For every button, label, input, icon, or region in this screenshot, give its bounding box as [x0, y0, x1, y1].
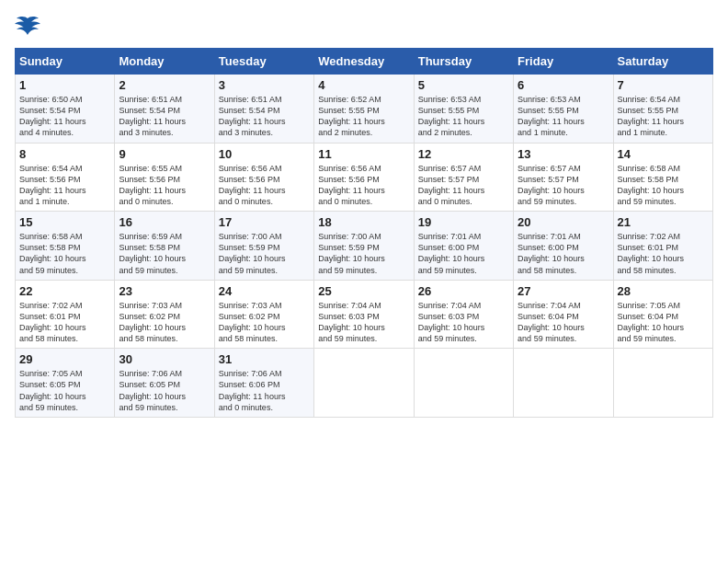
day-cell: [514, 349, 613, 418]
day-cell: 14Sunrise: 6:58 AMSunset: 5:58 PMDayligh…: [613, 143, 712, 212]
day-number: 11: [318, 147, 409, 161]
day-number: 13: [518, 147, 609, 161]
col-header-sunday: Sunday: [16, 49, 115, 75]
day-cell: 11Sunrise: 6:56 AMSunset: 5:56 PMDayligh…: [314, 143, 414, 212]
day-info: Sunrise: 7:02 AMSunset: 6:01 PMDaylight:…: [19, 300, 110, 345]
day-cell: 10Sunrise: 6:56 AMSunset: 5:56 PMDayligh…: [214, 143, 313, 212]
day-number: 20: [518, 215, 609, 229]
day-info: Sunrise: 6:59 AMSunset: 5:58 PMDaylight:…: [119, 231, 210, 276]
day-info: Sunrise: 6:56 AMSunset: 5:56 PMDaylight:…: [318, 163, 409, 208]
day-number: 12: [418, 147, 509, 161]
day-cell: 17Sunrise: 7:00 AMSunset: 5:59 PMDayligh…: [214, 212, 313, 281]
day-info: Sunrise: 7:06 AMSunset: 6:05 PMDaylight:…: [119, 368, 210, 413]
day-number: 19: [418, 215, 509, 229]
day-info: Sunrise: 7:00 AMSunset: 5:59 PMDaylight:…: [318, 231, 409, 276]
week-row-5: 29Sunrise: 7:05 AMSunset: 6:05 PMDayligh…: [16, 349, 713, 418]
day-info: Sunrise: 7:06 AMSunset: 6:06 PMDaylight:…: [219, 368, 310, 413]
day-info: Sunrise: 6:51 AMSunset: 5:54 PMDaylight:…: [219, 94, 310, 139]
day-cell: 8Sunrise: 6:54 AMSunset: 5:56 PMDaylight…: [16, 143, 115, 212]
calendar-table: SundayMondayTuesdayWednesdayThursdayFrid…: [15, 48, 713, 418]
day-cell: 25Sunrise: 7:04 AMSunset: 6:03 PMDayligh…: [314, 280, 414, 349]
day-number: 17: [219, 215, 310, 229]
col-header-monday: Monday: [115, 49, 214, 75]
day-cell: 24Sunrise: 7:03 AMSunset: 6:02 PMDayligh…: [214, 280, 313, 349]
day-info: Sunrise: 6:54 AMSunset: 5:56 PMDaylight:…: [19, 163, 110, 208]
day-cell: 6Sunrise: 6:53 AMSunset: 5:55 PMDaylight…: [514, 75, 613, 144]
day-number: 9: [119, 147, 210, 161]
day-number: 24: [219, 284, 310, 298]
day-cell: [314, 349, 414, 418]
day-cell: 18Sunrise: 7:00 AMSunset: 5:59 PMDayligh…: [314, 212, 414, 281]
day-number: 7: [618, 78, 709, 92]
day-info: Sunrise: 7:02 AMSunset: 6:01 PMDaylight:…: [618, 231, 709, 276]
day-cell: [414, 349, 513, 418]
day-cell: 4Sunrise: 6:52 AMSunset: 5:55 PMDaylight…: [314, 75, 414, 144]
day-number: 2: [119, 78, 210, 92]
day-info: Sunrise: 7:00 AMSunset: 5:59 PMDaylight:…: [219, 231, 310, 276]
week-row-2: 8Sunrise: 6:54 AMSunset: 5:56 PMDaylight…: [16, 143, 713, 212]
day-info: Sunrise: 7:01 AMSunset: 6:00 PMDaylight:…: [418, 231, 509, 276]
day-number: 3: [219, 78, 310, 92]
day-number: 31: [219, 352, 310, 366]
calendar-header-row: SundayMondayTuesdayWednesdayThursdayFrid…: [16, 49, 713, 75]
day-number: 15: [19, 215, 110, 229]
day-cell: 23Sunrise: 7:03 AMSunset: 6:02 PMDayligh…: [115, 280, 214, 349]
day-info: Sunrise: 6:51 AMSunset: 5:54 PMDaylight:…: [119, 94, 210, 139]
day-cell: 20Sunrise: 7:01 AMSunset: 6:00 PMDayligh…: [514, 212, 613, 281]
day-number: 23: [119, 284, 210, 298]
day-number: 14: [618, 147, 709, 161]
day-number: 1: [19, 78, 110, 92]
day-number: 29: [19, 352, 110, 366]
col-header-wednesday: Wednesday: [314, 49, 414, 75]
day-cell: 3Sunrise: 6:51 AMSunset: 5:54 PMDaylight…: [214, 75, 313, 144]
day-cell: 7Sunrise: 6:54 AMSunset: 5:55 PMDaylight…: [613, 75, 712, 144]
day-info: Sunrise: 6:56 AMSunset: 5:56 PMDaylight:…: [219, 163, 310, 208]
day-cell: 12Sunrise: 6:57 AMSunset: 5:57 PMDayligh…: [414, 143, 513, 212]
day-number: 6: [518, 78, 609, 92]
day-info: Sunrise: 7:05 AMSunset: 6:04 PMDaylight:…: [618, 300, 709, 345]
day-cell: 28Sunrise: 7:05 AMSunset: 6:04 PMDayligh…: [613, 280, 712, 349]
day-info: Sunrise: 7:01 AMSunset: 6:00 PMDaylight:…: [518, 231, 609, 276]
col-header-saturday: Saturday: [613, 49, 712, 75]
day-cell: 9Sunrise: 6:55 AMSunset: 5:56 PMDaylight…: [115, 143, 214, 212]
day-info: Sunrise: 7:04 AMSunset: 6:03 PMDaylight:…: [418, 300, 509, 345]
day-number: 8: [19, 147, 110, 161]
week-row-1: 1Sunrise: 6:50 AMSunset: 5:54 PMDaylight…: [16, 75, 713, 144]
day-number: 10: [219, 147, 310, 161]
week-row-3: 15Sunrise: 6:58 AMSunset: 5:58 PMDayligh…: [16, 212, 713, 281]
day-info: Sunrise: 6:50 AMSunset: 5:54 PMDaylight:…: [19, 94, 110, 139]
day-number: 26: [418, 284, 509, 298]
day-cell: 29Sunrise: 7:05 AMSunset: 6:05 PMDayligh…: [16, 349, 115, 418]
day-info: Sunrise: 6:54 AMSunset: 5:55 PMDaylight:…: [618, 94, 709, 139]
day-info: Sunrise: 6:52 AMSunset: 5:55 PMDaylight:…: [318, 94, 409, 139]
day-info: Sunrise: 6:53 AMSunset: 5:55 PMDaylight:…: [418, 94, 509, 139]
day-cell: 22Sunrise: 7:02 AMSunset: 6:01 PMDayligh…: [16, 280, 115, 349]
day-cell: 26Sunrise: 7:04 AMSunset: 6:03 PMDayligh…: [414, 280, 513, 349]
page-header: [15, 15, 713, 37]
day-cell: 19Sunrise: 7:01 AMSunset: 6:00 PMDayligh…: [414, 212, 513, 281]
day-info: Sunrise: 6:53 AMSunset: 5:55 PMDaylight:…: [518, 94, 609, 139]
day-info: Sunrise: 7:05 AMSunset: 6:05 PMDaylight:…: [19, 368, 110, 413]
day-number: 30: [119, 352, 210, 366]
day-number: 27: [518, 284, 609, 298]
day-number: 18: [318, 215, 409, 229]
day-number: 16: [119, 215, 210, 229]
day-number: 21: [618, 215, 709, 229]
day-number: 22: [19, 284, 110, 298]
day-number: 4: [318, 78, 409, 92]
day-cell: 16Sunrise: 6:59 AMSunset: 5:58 PMDayligh…: [115, 212, 214, 281]
day-info: Sunrise: 7:04 AMSunset: 6:03 PMDaylight:…: [318, 300, 409, 345]
day-info: Sunrise: 7:04 AMSunset: 6:04 PMDaylight:…: [518, 300, 609, 345]
day-cell: 30Sunrise: 7:06 AMSunset: 6:05 PMDayligh…: [115, 349, 214, 418]
day-info: Sunrise: 6:55 AMSunset: 5:56 PMDaylight:…: [119, 163, 210, 208]
logo: [15, 15, 44, 37]
day-info: Sunrise: 6:57 AMSunset: 5:57 PMDaylight:…: [418, 163, 509, 208]
col-header-friday: Friday: [514, 49, 613, 75]
day-cell: [613, 349, 712, 418]
day-number: 5: [418, 78, 509, 92]
day-info: Sunrise: 6:58 AMSunset: 5:58 PMDaylight:…: [618, 163, 709, 208]
day-number: 25: [318, 284, 409, 298]
day-cell: 13Sunrise: 6:57 AMSunset: 5:57 PMDayligh…: [514, 143, 613, 212]
week-row-4: 22Sunrise: 7:02 AMSunset: 6:01 PMDayligh…: [16, 280, 713, 349]
day-cell: 5Sunrise: 6:53 AMSunset: 5:55 PMDaylight…: [414, 75, 513, 144]
